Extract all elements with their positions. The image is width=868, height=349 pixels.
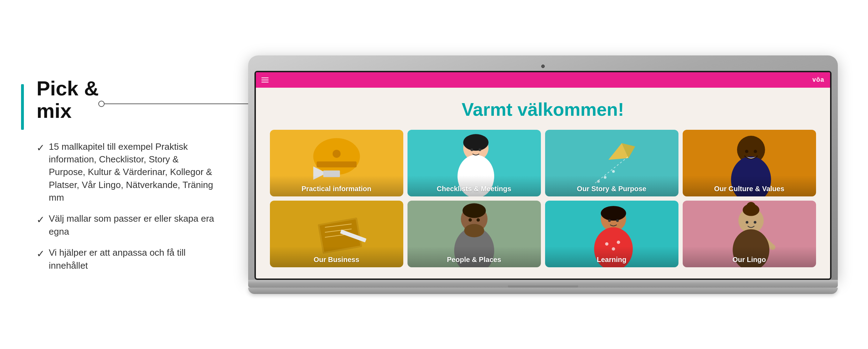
laptop-screen: vōa Varmt välkommen!	[256, 72, 830, 278]
bullet-item-3: ✓ Vi hjälper er att anpassa och få till …	[37, 246, 218, 272]
card-learning[interactable]: Learning	[545, 201, 678, 267]
card-our-story[interactable]: Our Story & Purpose	[545, 130, 678, 196]
checkmark-icon-3: ✓	[37, 247, 45, 261]
card-label-checklists: Checklists & Meetings	[408, 181, 541, 196]
page-title: Pick & mix	[37, 77, 218, 122]
svg-rect-2	[317, 161, 357, 167]
laptop-wrapper: vōa Varmt välkommen!	[239, 55, 847, 294]
screen-content: Varmt välkommen!	[256, 88, 830, 278]
card-label-culture: Our Culture & Values	[683, 181, 816, 196]
svg-point-8	[463, 134, 488, 151]
svg-point-42	[608, 219, 611, 222]
svg-point-39	[605, 242, 609, 246]
card-practical-info[interactable]: Practical information	[270, 130, 403, 196]
checkmark-icon-2: ✓	[37, 213, 45, 227]
svg-point-11	[478, 148, 481, 151]
laptop-outer: vōa Varmt välkommen!	[248, 55, 838, 280]
bullet-item-1: ✓ 15 mallkapitel till exempel Praktisk i…	[37, 140, 218, 204]
svg-point-15	[612, 170, 615, 173]
svg-point-19	[745, 150, 748, 153]
card-grid: Practical information	[270, 130, 816, 267]
svg-point-10	[470, 148, 473, 151]
checkmark-icon-1: ✓	[37, 141, 45, 155]
svg-point-34	[476, 218, 480, 222]
laptop-hinge	[508, 286, 578, 288]
bullet-list: ✓ 15 mallkapitel till exempel Praktisk i…	[28, 140, 218, 272]
accent-bar	[21, 84, 24, 130]
svg-point-43	[616, 219, 619, 222]
card-lingo[interactable]: Our Lingo	[683, 201, 816, 267]
screen-navbar: vōa	[256, 72, 830, 88]
svg-point-41	[617, 241, 620, 244]
card-label-story: Our Story & Purpose	[545, 181, 678, 196]
svg-point-47	[746, 202, 756, 211]
laptop-screen-bezel: vōa Varmt välkommen!	[254, 71, 831, 280]
card-business[interactable]: Our Business	[270, 201, 403, 267]
card-label-business: Our Business	[270, 252, 403, 267]
card-label-people: People & Places	[408, 252, 541, 267]
svg-point-5	[332, 150, 340, 158]
svg-point-33	[468, 218, 472, 222]
svg-point-50	[746, 221, 748, 223]
laptop-base	[248, 280, 838, 288]
card-people[interactable]: People & Places	[408, 201, 541, 267]
card-checklists[interactable]: Checklists & Meetings	[408, 130, 541, 196]
card-label-learning: Learning	[545, 252, 678, 267]
laptop-camera	[541, 65, 545, 68]
card-culture[interactable]: Our Culture & Values	[683, 130, 816, 196]
svg-point-37	[601, 206, 626, 221]
welcome-title: Varmt välkommen!	[270, 99, 816, 120]
svg-point-32	[462, 203, 486, 218]
svg-point-20	[754, 150, 757, 153]
title-block: Pick & mix	[28, 77, 218, 122]
laptop: vōa Varmt välkommen!	[248, 55, 838, 294]
page-wrapper: Pick & mix ✓ 15 mallkapitel till exempel…	[0, 0, 868, 349]
svg-point-51	[754, 221, 756, 223]
svg-point-31	[464, 224, 484, 237]
hamburger-icon[interactable]	[261, 78, 269, 82]
laptop-stand	[248, 288, 838, 294]
laptop-camera-area	[254, 62, 831, 71]
left-panel: Pick & mix ✓ 15 mallkapitel till exempel…	[21, 63, 239, 286]
card-label-practical: Practical information	[270, 181, 403, 196]
nav-logo: vōa	[812, 76, 824, 83]
card-label-lingo: Our Lingo	[683, 252, 816, 267]
bullet-item-2: ✓ Välj mallar som passer er eller skapa …	[37, 212, 218, 238]
